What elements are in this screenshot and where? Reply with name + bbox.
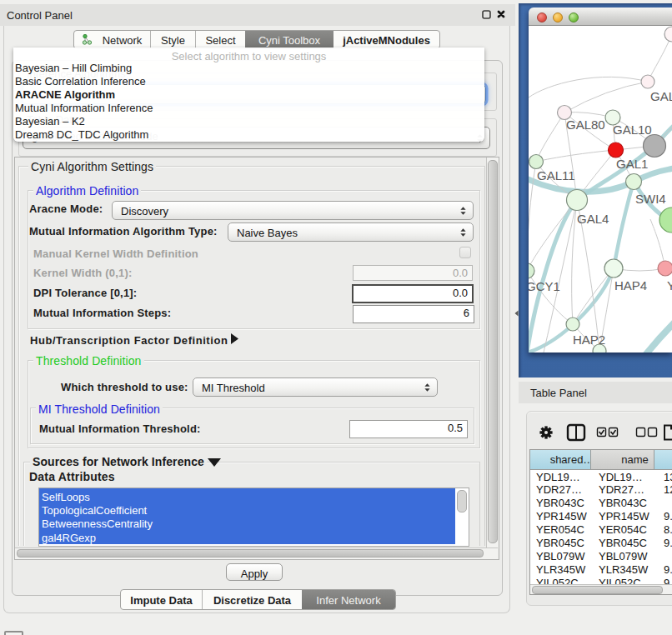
svg-text:GAL80: GAL80	[566, 118, 605, 132]
svg-text:GAL7: GAL7	[650, 89, 672, 103]
svg-text:HAP4: HAP4	[614, 278, 647, 292]
svg-text:GAL10: GAL10	[613, 122, 652, 137]
svg-text:GCY1: GCY1	[529, 279, 560, 293]
svg-text:GAL1: GAL1	[616, 157, 648, 171]
svg-text:GAL11: GAL11	[537, 168, 575, 182]
svg-text:HAP2: HAP2	[573, 332, 605, 347]
svg-text:Y: Y	[667, 278, 672, 292]
svg-text:GAL4: GAL4	[577, 212, 609, 226]
svg-text:SWI4: SWI4	[635, 192, 666, 206]
